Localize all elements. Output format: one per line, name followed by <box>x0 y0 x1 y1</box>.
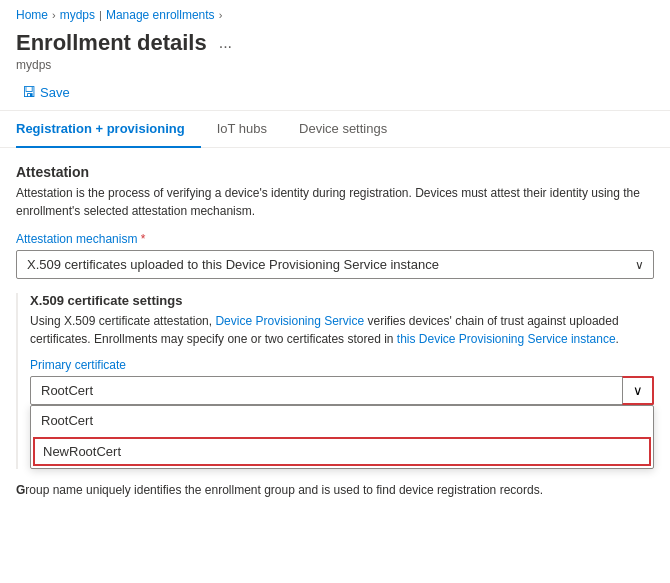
page-title-area: Enrollment details ... mydps <box>0 26 670 74</box>
breadcrumb-manage-enrollments[interactable]: Manage enrollments <box>106 8 215 22</box>
attestation-description: Attestation is the process of verifying … <box>16 184 654 220</box>
group-description: Group name uniquely identifies the enrol… <box>16 481 654 499</box>
tab-registration[interactable]: Registration + provisioning <box>16 111 201 148</box>
page-title: Enrollment details <box>16 30 207 56</box>
x509-title: X.509 certificate settings <box>30 293 654 308</box>
breadcrumb-sep-2: | <box>99 9 102 21</box>
tabs-container: Registration + provisioning IoT hubs Dev… <box>0 111 670 148</box>
x509-description: Using X.509 certificate attestation, Dev… <box>30 312 654 348</box>
breadcrumb-mydps[interactable]: mydps <box>60 8 95 22</box>
required-indicator: * <box>141 232 146 246</box>
mechanism-select-wrapper: X.509 certificates uploaded to this Devi… <box>16 250 654 279</box>
group-description-text: roup name uniquely identifies the enroll… <box>25 483 543 497</box>
cert-dropdown-list: RootCert NewRootCert <box>30 405 654 469</box>
x509-subsection: X.509 certificate settings Using X.509 c… <box>16 293 654 469</box>
cert-chevron-icon: ∨ <box>633 383 643 398</box>
group-section: Group name uniquely identifies the enrol… <box>16 481 654 499</box>
primary-cert-label: Primary certificate <box>30 358 654 372</box>
content-area: Attestation Attestation is the process o… <box>0 148 670 499</box>
group-label-bold: G <box>16 483 25 497</box>
dropdown-item-rootcert[interactable]: RootCert <box>31 406 653 435</box>
breadcrumb-sep-3: › <box>219 9 223 21</box>
dropdown-item-newrootcert[interactable]: NewRootCert <box>33 437 651 466</box>
breadcrumb-sep-1: › <box>52 9 56 21</box>
cert-select-wrapper: RootCert ∨ <box>30 376 654 405</box>
save-icon: 🖫 <box>22 84 36 100</box>
breadcrumb-home[interactable]: Home <box>16 8 48 22</box>
x509-desc-part1: Using X.509 certificate attestation, <box>30 314 215 328</box>
page-subtitle: mydps <box>16 58 654 72</box>
attestation-section: Attestation Attestation is the process o… <box>16 164 654 279</box>
mechanism-select[interactable]: X.509 certificates uploaded to this Devi… <box>16 250 654 279</box>
save-label: Save <box>40 85 70 100</box>
cert-select-input[interactable]: RootCert <box>30 376 654 405</box>
ellipsis-button[interactable]: ... <box>215 32 236 54</box>
toolbar: 🖫 Save <box>0 74 670 110</box>
tab-device-settings[interactable]: Device settings <box>283 111 403 148</box>
x509-desc-part3: . <box>616 332 619 346</box>
save-button[interactable]: 🖫 Save <box>16 80 76 104</box>
cert-chevron-button[interactable]: ∨ <box>622 376 654 405</box>
x509-instance-link[interactable]: this Device Provisioning Service instanc… <box>397 332 616 346</box>
breadcrumb: Home › mydps | Manage enrollments › <box>0 0 670 26</box>
x509-dps-link[interactable]: Device Provisioning Service <box>215 314 364 328</box>
attestation-title: Attestation <box>16 164 654 180</box>
tab-iot-hubs[interactable]: IoT hubs <box>201 111 283 148</box>
mechanism-label: Attestation mechanism * <box>16 232 654 246</box>
